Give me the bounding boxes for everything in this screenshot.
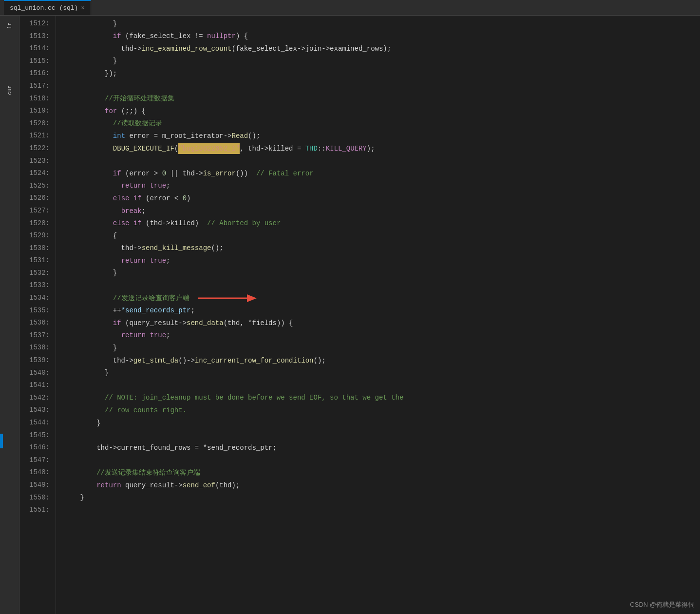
code-token: (); [248,131,260,141]
code-token: thd->current_found_rows = *send_records_… [64,442,277,453]
code-token: // row counts right. [64,405,187,416]
code-token: (query_result-> [121,318,187,328]
code-line: break; [64,205,700,217]
code-token [64,318,113,328]
code-token: 0 [162,168,166,179]
code-line: //发送记录集结束符给查询客户端 [64,466,700,479]
code-line [64,379,700,392]
line-number: 1551: [19,504,50,517]
code-token: is_error [203,168,236,179]
tab-close-button[interactable]: × [81,5,84,12]
code-token [64,131,113,141]
line-number: 1512: [19,18,50,30]
code-token [64,168,113,179]
code-token: //发送记录集结束符给查询客户端 [64,467,200,478]
code-token: return [121,180,146,191]
code-line [64,155,700,168]
code-token: return [121,255,146,266]
line-number: 1522: [19,142,50,155]
code-token: ; [166,330,170,341]
code-token: int [113,131,125,141]
code-line: //开始循环处理数据集 [64,93,700,105]
code-line [64,504,700,517]
code-token: "bug13822652_1" [178,143,240,154]
code-line: return true; [64,329,700,342]
code-token: ; [166,255,170,266]
code-line: return query_result->send_eof(thd); [64,479,700,492]
code-token: // Aborted by user [207,218,281,229]
line-number: 1545: [19,429,50,442]
code-token: true [150,255,166,266]
line-number: 1548: [19,466,50,479]
code-token [64,143,113,154]
code-line: thd->send_kill_message(); [64,242,700,255]
code-token: for [105,106,117,116]
line-number: 1518: [19,93,50,105]
code-token: send_data [187,318,224,328]
code-line: // row counts right. [64,404,700,417]
line-number: 1532: [19,267,50,280]
code-token [64,480,96,491]
code-line: thd->inc_examined_row_count(fake_select_… [64,42,700,55]
code-token: ; [166,180,170,191]
line-number: 1530: [19,242,50,255]
tab-bar: sql_union.cc (sql) × [0,0,700,16]
code-token: thd-> [64,243,142,253]
code-token: nullptr [207,31,236,41]
line-number: 1536: [19,317,50,329]
code-token: error = m_root_iterator-> [125,131,231,141]
code-line: return true; [64,180,700,192]
line-number: 1517: [19,80,50,93]
code-line: } [64,55,700,68]
code-token: send_eof [183,480,215,491]
code-token: ++ [64,305,121,316]
code-line: } [64,417,700,429]
line-number: 1546: [19,441,50,454]
code-line: } [64,367,700,380]
code-token: else if [113,193,142,204]
code-token: // Fatal error [256,168,314,179]
line-number: 1531: [19,254,50,267]
code-token: }); [64,68,117,79]
line-number: 1549: [19,479,50,492]
code-token [64,255,121,266]
code-token: if [113,168,121,179]
code-token: } [64,343,117,353]
file-tab[interactable]: sql_union.cc (sql) × [4,0,91,15]
code-token: ()) [236,168,256,179]
code-token: ()-> [178,355,195,366]
code-token: else if [113,218,142,229]
code-token: break [121,206,142,216]
code-token [64,206,121,216]
code-token [64,180,121,191]
code-line: //读取数据记录 [64,117,700,130]
line-number: 1525: [19,180,50,192]
code-token: (); [314,355,326,366]
code-token [64,218,113,229]
code-token: 0 [183,193,187,204]
line-number: 1519: [19,105,50,117]
code-line [64,429,700,442]
code-line: if (error > 0 || thd->is_error()) // Fat… [64,167,700,180]
code-token: inc_examined_row_count [142,43,232,54]
code-line [64,279,700,292]
code-line: ++*send_records_ptr; [64,305,700,317]
code-line: return true; [64,254,700,267]
sidebar-label-lt: lt [6,20,14,31]
code-token: (error > [121,168,162,179]
code-token: ) { [236,31,248,41]
line-number: 1520: [19,117,50,130]
code-token [146,255,150,266]
code-line: for (;;) { [64,105,700,117]
code-token: send_kill_message [142,243,211,253]
line-number: 1514: [19,42,50,55]
code-token [64,330,121,341]
code-token: ; [142,206,146,216]
line-number: 1523: [19,155,50,168]
code-token: ); [367,143,375,154]
line-number: 1537: [19,329,50,342]
line-number: 1534: [19,292,50,305]
red-arrow-icon [193,291,257,305]
line-number: 1540: [19,367,50,380]
code-line: } [64,18,700,30]
